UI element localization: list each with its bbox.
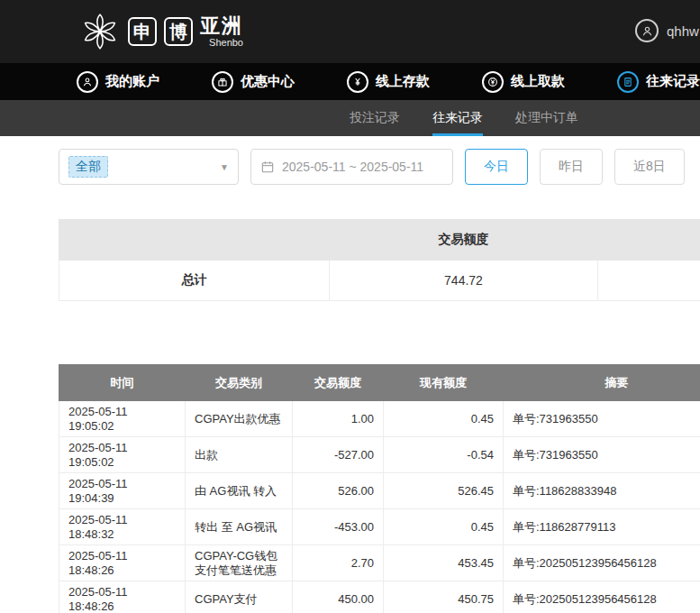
summary-table: 交易额度 总计 744.72 xyxy=(59,219,700,301)
cell-type: 由 AG视讯 转入 xyxy=(186,473,293,509)
table-row: 2025-05-11 19:04:39 由 AG视讯 转入 526.00 526… xyxy=(59,473,700,509)
nav-label: 我的账户 xyxy=(105,73,159,90)
cell-amount: -527.00 xyxy=(293,437,384,473)
cell-amount: 526.00 xyxy=(293,473,384,509)
summary-total-label: 总计 xyxy=(59,261,330,301)
summary-header-spacer xyxy=(59,220,330,261)
cell-amount: 450.00 xyxy=(293,581,384,613)
cell-type: 出款 xyxy=(186,437,293,473)
record-tabs: 投注记录 往来记录 处理中订单 xyxy=(0,100,700,136)
chevron-down-icon: ▼ xyxy=(220,162,229,172)
cell-time: 2025-05-11 18:48:32 xyxy=(59,509,186,545)
tab-betting-records[interactable]: 投注记录 xyxy=(350,100,400,136)
col-type: 交易类别 xyxy=(186,365,293,401)
brand-logo[interactable]: 申 博 亚洲 Shenbo xyxy=(79,11,243,52)
cell-balance: 450.75 xyxy=(384,581,504,613)
cell-type: 转出 至 AG视讯 xyxy=(186,509,293,545)
date-range-input[interactable]: 2025-05-11 ~ 2025-05-11 xyxy=(250,149,453,185)
username-text: qhhw xyxy=(667,23,699,39)
table-row: 2025-05-11 18:48:26 CGPAY支付 450.00 450.7… xyxy=(59,581,700,613)
nav-item-online-deposit[interactable]: 线上存款 xyxy=(347,71,430,93)
type-filter-dropdown[interactable]: 全部 ▼ xyxy=(59,149,239,185)
summary-header-row: 交易额度 xyxy=(59,220,700,261)
cell-time: 2025-05-11 19:05:02 xyxy=(59,437,186,473)
last-8-days-button[interactable]: 近8日 xyxy=(614,149,685,185)
cell-time: 2025-05-11 19:05:02 xyxy=(59,401,186,437)
cell-type: CGPAY支付 xyxy=(186,581,293,613)
nav-label: 往来记录 xyxy=(646,73,700,90)
summary-total-value: 744.72 xyxy=(330,261,598,301)
cell-time: 2025-05-11 18:48:26 xyxy=(59,581,186,613)
table-row: 2025-05-11 18:48:32 转出 至 AG视讯 -453.00 0.… xyxy=(59,509,700,545)
deposit-coin-icon xyxy=(347,71,368,93)
cell-amount: 2.70 xyxy=(293,545,384,581)
cell-memo: 单号:202505123956456128 xyxy=(504,581,700,613)
nav-item-online-withdraw[interactable]: 线上取款 xyxy=(482,71,565,93)
summary-header-spacer xyxy=(598,220,700,261)
cell-amount: -453.00 xyxy=(293,509,384,545)
flower-logo-icon xyxy=(79,11,121,52)
cell-balance: -0.54 xyxy=(384,437,504,473)
cell-time: 2025-05-11 18:48:26 xyxy=(59,545,186,581)
page: 申 博 亚洲 Shenbo qhhw 我的账户 优惠中心 xyxy=(0,0,700,613)
top-header: 申 博 亚洲 Shenbo qhhw xyxy=(0,0,700,63)
user-account[interactable]: qhhw xyxy=(635,19,699,42)
cell-balance: 0.45 xyxy=(384,401,504,437)
main-nav: 我的账户 优惠中心 线上存款 线上取款 往来记录 xyxy=(0,63,700,100)
brand-char-1: 申 xyxy=(128,17,157,46)
summary-header-amount: 交易额度 xyxy=(330,220,598,261)
nav-label: 优惠中心 xyxy=(241,73,295,90)
col-time: 时间 xyxy=(59,365,186,401)
records-table: 时间 交易类别 交易额度 现有额度 摘要 2025-05-11 19:05:02… xyxy=(59,364,700,613)
yesterday-button[interactable]: 昨日 xyxy=(540,149,603,185)
date-range-value: 2025-05-11 ~ 2025-05-11 xyxy=(282,160,423,174)
records-header-row: 时间 交易类别 交易额度 现有额度 摘要 xyxy=(59,365,700,401)
tab-processing-orders[interactable]: 处理中订单 xyxy=(515,100,578,136)
gift-icon xyxy=(212,71,233,93)
cell-memo: 单号:118628779113 xyxy=(504,509,700,545)
cell-memo: 单号:731963550 xyxy=(504,401,700,437)
nav-label: 线上取款 xyxy=(511,73,565,90)
brand-char-2: 博 xyxy=(164,17,193,46)
col-amount: 交易额度 xyxy=(293,365,384,401)
today-button[interactable]: 今日 xyxy=(465,149,528,185)
summary-empty-cell xyxy=(598,261,700,301)
tab-transaction-records[interactable]: 往来记录 xyxy=(432,100,483,136)
brand-subtitle: Shenbo xyxy=(209,38,243,48)
calendar-icon xyxy=(260,160,275,174)
cell-time: 2025-05-11 19:04:39 xyxy=(59,473,186,509)
table-row: 2025-05-11 19:05:02 出款 -527.00 -0.54 单号:… xyxy=(59,437,700,473)
nav-item-promo-center[interactable]: 优惠中心 xyxy=(212,71,295,93)
cell-memo: 单号:202505123956456128 xyxy=(504,545,700,581)
table-row: 2025-05-11 19:05:02 CGPAY出款优惠 1.00 0.45 … xyxy=(59,401,700,437)
records-document-icon xyxy=(617,71,639,93)
nav-item-my-account[interactable]: 我的账户 xyxy=(77,71,159,93)
cell-amount: 1.00 xyxy=(293,401,384,437)
cell-balance: 526.45 xyxy=(384,473,504,509)
person-icon xyxy=(77,71,98,93)
user-avatar-icon xyxy=(635,19,659,42)
summary-total-row: 总计 744.72 xyxy=(59,261,700,301)
filter-bar: 全部 ▼ 2025-05-11 ~ 2025-05-11 今日 昨日 近8日 xyxy=(59,149,700,185)
cell-memo: 单号:731963550 xyxy=(504,437,700,473)
cell-type: CGPAY-CG钱包支付笔笔送优惠 xyxy=(186,545,293,581)
nav-item-transaction-records[interactable]: 往来记录 xyxy=(617,71,700,93)
cell-memo: 单号:118628833948 xyxy=(504,473,700,509)
type-filter-value: 全部 xyxy=(68,156,108,178)
col-memo: 摘要 xyxy=(504,365,700,401)
cell-balance: 0.45 xyxy=(384,509,504,545)
cell-type: CGPAY出款优惠 xyxy=(186,401,293,437)
table-row: 2025-05-11 18:48:26 CGPAY-CG钱包支付笔笔送优惠 2.… xyxy=(59,545,700,581)
withdraw-coin-icon xyxy=(482,71,504,93)
nav-label: 线上存款 xyxy=(376,73,430,90)
col-balance: 现有额度 xyxy=(384,365,504,401)
cell-balance: 453.45 xyxy=(384,545,504,581)
brand-region: 亚洲 xyxy=(200,16,243,36)
